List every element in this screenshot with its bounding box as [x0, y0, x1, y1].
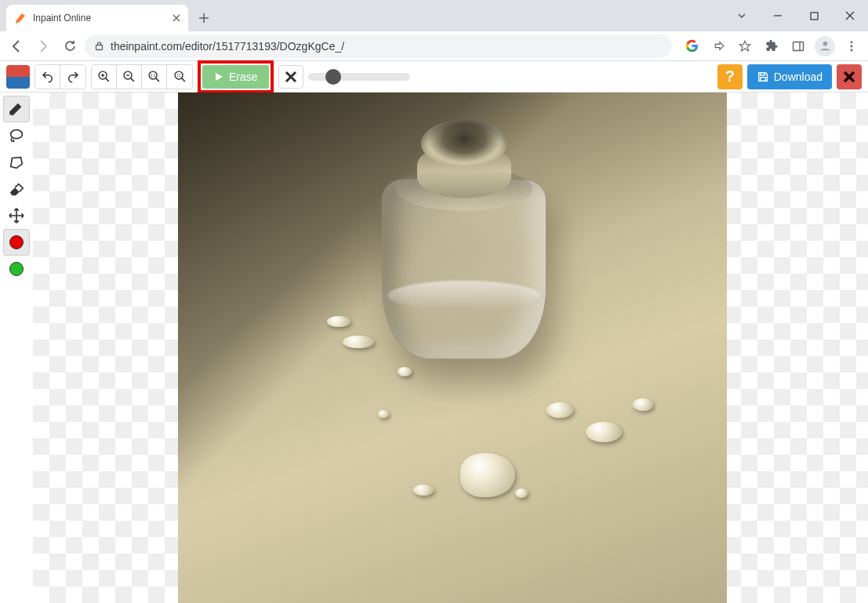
zoom-actual-button[interactable]: 1:1 — [142, 65, 167, 89]
svg-rect-0 — [811, 13, 818, 20]
address-url: theinpaint.com/editor/1517713193/DOzgKgC… — [111, 40, 344, 53]
work-area — [0, 93, 868, 603]
save-disk-icon — [757, 71, 769, 83]
extensions-puzzle-icon[interactable] — [760, 35, 783, 58]
play-icon — [213, 71, 224, 82]
erase-button[interactable]: Erase — [202, 65, 269, 89]
slider-thumb[interactable] — [325, 69, 341, 85]
help-label: ? — [725, 67, 735, 85]
bookmark-star-icon[interactable] — [733, 35, 757, 58]
redo-button[interactable] — [60, 65, 85, 89]
brush-size-slider[interactable] — [308, 71, 410, 82]
svg-rect-20 — [760, 72, 764, 74]
image-subject-bottle — [382, 120, 547, 363]
help-button[interactable]: ? — [717, 64, 743, 89]
nav-back-button[interactable] — [5, 35, 28, 58]
slider-track — [308, 73, 410, 81]
tab-favicon — [14, 12, 27, 24]
svg-point-4 — [823, 42, 827, 46]
exit-button[interactable] — [837, 64, 862, 89]
svg-line-9 — [106, 78, 109, 82]
window-close-button[interactable] — [832, 0, 868, 31]
polygon-tool[interactable] — [3, 149, 30, 176]
browser-tab-active[interactable]: Inpaint Online — [6, 5, 188, 31]
svg-line-19 — [181, 78, 184, 82]
undo-button[interactable] — [35, 65, 60, 89]
mask-color-green[interactable] — [3, 256, 30, 282]
svg-point-7 — [851, 49, 853, 51]
tab-close-icon[interactable] — [173, 14, 180, 22]
share-icon[interactable] — [706, 35, 730, 58]
tab-title: Inpaint Online — [33, 13, 166, 24]
window-controls — [724, 0, 868, 31]
mask-color-red[interactable] — [3, 229, 30, 256]
svg-point-5 — [851, 41, 853, 43]
browser-address-row: theinpaint.com/editor/1517713193/DOzgKgC… — [0, 31, 868, 61]
canvas-area[interactable] — [33, 93, 868, 603]
eraser-tool[interactable] — [3, 176, 30, 202]
lock-icon — [94, 41, 104, 51]
zoom-in-button[interactable] — [92, 65, 117, 89]
download-label: Download — [774, 71, 823, 83]
green-dot-icon — [9, 262, 24, 276]
download-button[interactable]: Download — [747, 64, 832, 89]
address-bar-actions — [675, 35, 863, 58]
svg-point-18 — [175, 71, 183, 79]
kebab-menu-icon[interactable] — [840, 35, 863, 58]
new-tab-button[interactable] — [193, 7, 215, 29]
erase-label: Erase — [229, 71, 258, 83]
svg-line-16 — [156, 78, 159, 82]
svg-point-22 — [11, 130, 23, 139]
browser-tab-strip: Inpaint Online — [0, 0, 868, 31]
editor-image[interactable] — [178, 93, 727, 603]
zoom-out-button[interactable] — [117, 65, 142, 89]
erase-button-red-highlight: Erase — [198, 60, 274, 93]
profile-avatar[interactable] — [813, 35, 837, 58]
tool-sidebar — [0, 93, 33, 603]
clear-selection-button[interactable] — [278, 65, 303, 89]
svg-rect-1 — [96, 45, 103, 50]
nav-forward-button[interactable] — [31, 35, 55, 58]
window-minimize-button[interactable] — [760, 0, 796, 31]
window-maximize-button[interactable] — [796, 0, 832, 31]
nav-reload-button[interactable] — [58, 35, 82, 58]
svg-line-13 — [131, 78, 134, 82]
app-logo[interactable] — [6, 65, 30, 89]
svg-text:1:1: 1:1 — [151, 74, 156, 78]
zoom-group: 1:1 — [91, 64, 193, 89]
app-toolbar: 1:1 Erase ? Download — [0, 61, 868, 93]
side-panel-icon[interactable] — [786, 35, 810, 58]
zoom-fit-button[interactable] — [167, 65, 192, 89]
address-bar[interactable]: theinpaint.com/editor/1517713193/DOzgKgC… — [85, 35, 672, 58]
tab-search-chevron-icon[interactable] — [724, 0, 760, 31]
history-group — [35, 64, 86, 89]
lasso-tool[interactable] — [3, 122, 30, 149]
google-g-icon[interactable] — [680, 35, 703, 58]
svg-rect-21 — [760, 77, 765, 81]
svg-point-6 — [851, 45, 853, 47]
red-dot-icon — [9, 235, 24, 249]
move-tool[interactable] — [3, 202, 30, 229]
marker-tool[interactable] — [3, 96, 30, 122]
svg-rect-2 — [794, 42, 804, 50]
